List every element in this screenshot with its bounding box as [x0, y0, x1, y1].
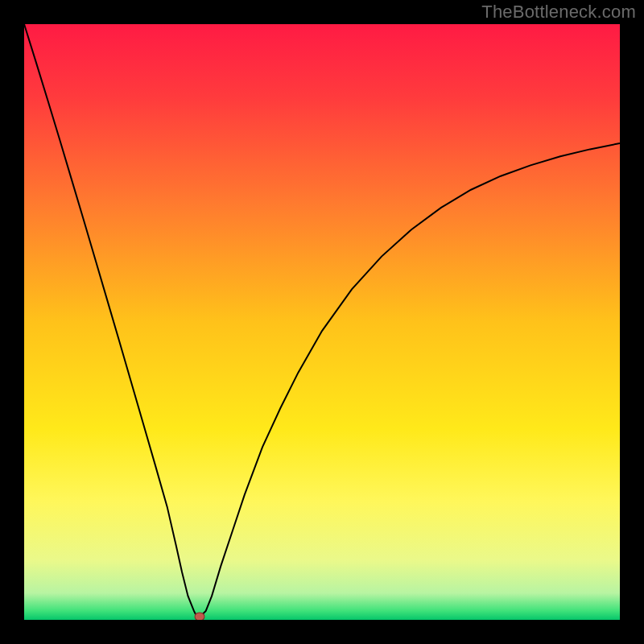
plot-area [24, 24, 620, 620]
watermark-text: TheBottleneck.com [481, 2, 636, 23]
optimal-point-marker [195, 613, 205, 620]
chart-frame: TheBottleneck.com [0, 0, 644, 644]
bottleneck-curve [24, 24, 620, 620]
